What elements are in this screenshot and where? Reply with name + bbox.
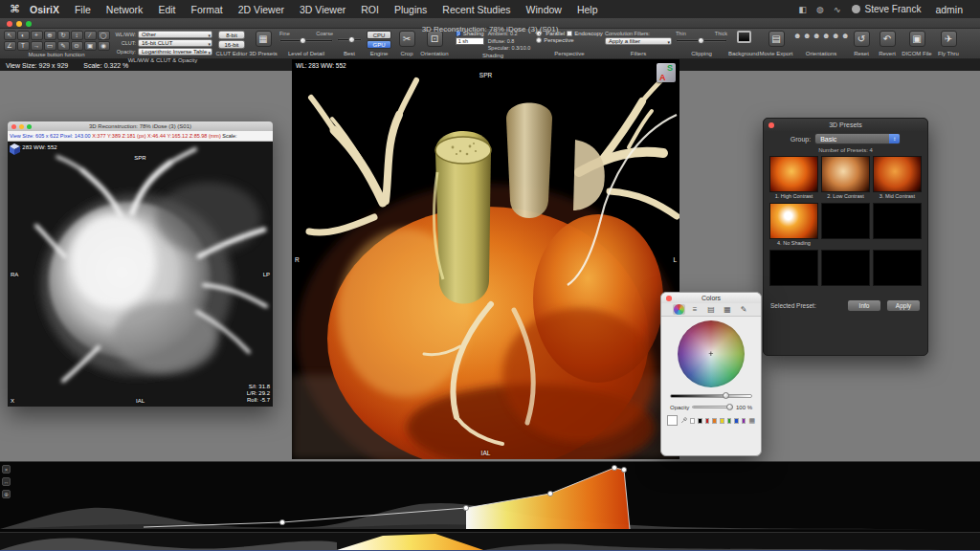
orientation-head-icon[interactable]: ☻ [841,31,849,41]
close-icon[interactable]: × [2,465,11,474]
dicom-file-icon[interactable]: ▣ [909,31,925,47]
close-button[interactable] [7,21,12,27]
close-button[interactable] [11,124,16,129]
menu-2d-viewer[interactable]: 2D Viewer [231,4,292,15]
sliders-mode-icon[interactable]: ≡ [689,304,702,315]
menu-help[interactable]: Help [569,4,606,15]
status-icon[interactable]: ◍ [812,5,829,14]
mip-title-bar[interactable]: 3D Reconstruction: 78% iDose (3) (S01) [8,121,273,131]
movie-export-icon[interactable]: ▤ [768,31,785,47]
color-swatch[interactable] [720,418,724,424]
curve-point[interactable] [279,519,284,524]
color-swatch[interactable] [690,418,695,424]
orientation-head-icon[interactable]: ☻ [813,31,820,41]
presets-icon[interactable]: ▦ [256,31,272,47]
orientation-head-icon[interactable]: ☻ [832,31,839,41]
menu-osirix[interactable]: OsiriX [22,4,67,15]
zoom-button[interactable] [26,21,32,27]
menu-network[interactable]: Network [99,4,151,15]
convolution-popup[interactable]: Apply a filter [605,37,672,45]
engine-gpu-button[interactable]: GPU [367,40,391,49]
preset-thumbnail[interactable] [873,156,922,192]
presets-panel[interactable]: 3D Presets Group: Basic↕ Number of Prese… [763,118,928,356]
color-swatch[interactable] [734,418,739,424]
opacity-popup[interactable]: Logarithmic Inverse Table [138,48,212,55]
presets-panel-title-bar[interactable]: 3D Presets [764,119,927,131]
preset-item[interactable]: 4. No Shading [769,203,818,247]
color-wheel[interactable]: + [678,320,745,387]
eyedropper-icon[interactable] [680,415,687,426]
curve-point[interactable] [463,505,468,510]
color-wheel-mode-icon[interactable] [673,304,685,315]
pan-icon[interactable]: ↔ [2,477,11,486]
menu-edit[interactable]: Edit [150,4,183,15]
status-icon[interactable]: ∿ [829,5,846,14]
curve-point[interactable] [621,467,626,472]
fly-thru-icon[interactable]: ✈ [941,31,957,47]
mouse-tool-icon[interactable]: ◯ [98,31,110,40]
revert-icon[interactable]: ↶ [880,31,896,47]
image-mode-icon[interactable]: ▦ [722,304,734,315]
mouse-tool-icon[interactable]: ↖ [4,31,16,40]
close-icon[interactable] [666,296,672,301]
menu-3d-viewer[interactable]: 3D Viewer [292,4,353,15]
mouse-tool-icon[interactable]: ∠ [4,41,16,51]
mouse-tool-icon[interactable]: ∕ [84,31,97,40]
brightness-slider[interactable] [670,392,752,400]
mouse-tool-icon[interactable]: ↕ [71,31,83,40]
zoom-button[interactable] [27,124,32,129]
menu-file[interactable]: File [67,4,99,15]
preset-thumbnail[interactable] [769,156,818,192]
transfer-function-chart[interactable] [0,462,980,551]
reset-icon[interactable]: ↺ [854,31,870,47]
account-menu[interactable]: admin [927,4,970,15]
minimize-button[interactable] [19,124,24,129]
preset-thumbnail[interactable] [769,203,818,239]
preset-item[interactable]: 2. Low Contrast [821,156,870,200]
mip-image[interactable]: WL: 283 WW: 552 SPR RA LP IAL X S/I: 31.… [8,142,273,407]
preset-thumbnail[interactable] [821,156,870,192]
minimize-button[interactable] [16,21,22,27]
lod-slider[interactable] [279,36,333,44]
colors-panel[interactable]: Colors ≡ ▤ ▦ ✎ + Opacity 100 % [660,292,762,456]
preset-item[interactable]: 3. Mid Contrast [873,156,922,200]
mouse-tool-icon[interactable]: ◐ [17,31,30,40]
menu-plugins[interactable]: Plugins [387,4,434,15]
perspective-radio[interactable] [536,37,542,43]
color-swatch[interactable] [742,418,746,424]
engine-cpu-button[interactable]: CPU [367,31,391,39]
palette-mode-icon[interactable]: ▤ [705,304,718,315]
wlww-popup[interactable]: Other [138,31,212,38]
mouse-tool-icon[interactable]: ◉ [98,41,110,51]
mouse-tool-icon[interactable]: T [17,41,30,51]
mip-window[interactable]: 3D Reconstruction: 78% iDose (3) (S01) V… [8,121,273,407]
mouse-tool-icon[interactable]: → [31,41,43,51]
color-swatch[interactable] [705,418,710,424]
mouse-tool-icon[interactable]: + [31,31,43,40]
clut-editor-panel[interactable]: × ↔ ⊕ [0,461,980,551]
best-slider[interactable] [337,35,362,43]
preset-item[interactable]: 1. High Contrast [769,156,818,200]
color-swatch[interactable] [727,418,732,424]
endoscopy-checkbox[interactable] [567,31,572,36]
mouse-tool-icon[interactable]: ⊙ [71,41,83,51]
mouse-tool-icon[interactable]: ▭ [44,41,56,51]
curve-point[interactable] [612,465,616,470]
menu-format[interactable]: Format [183,4,230,15]
clut-popup[interactable]: 16-bit CLUT [138,39,212,47]
opacity-slider[interactable] [692,404,733,410]
orientation-head-icon[interactable]: ☻ [793,31,801,41]
clut-16bit-button[interactable]: 16-bit [218,40,245,49]
orientation-head-icon[interactable]: ☻ [803,31,811,41]
status-icon[interactable]: ◧ [794,5,813,14]
menu-roi[interactable]: ROI [353,4,387,15]
menu-recent-studies[interactable]: Recent Studies [434,4,518,15]
crayons-mode-icon[interactable]: ✎ [738,304,750,315]
zoom-icon[interactable]: ⊕ [2,490,11,498]
mouse-tool-icon[interactable]: ⊕ [44,31,56,40]
color-swatch[interactable] [712,418,717,424]
mouse-tool-icon[interactable]: ✎ [57,41,70,51]
apply-button[interactable]: Apply [886,299,921,312]
shading-preset-field[interactable]: 1 sh [456,37,484,45]
menu-window[interactable]: Window [519,4,569,15]
